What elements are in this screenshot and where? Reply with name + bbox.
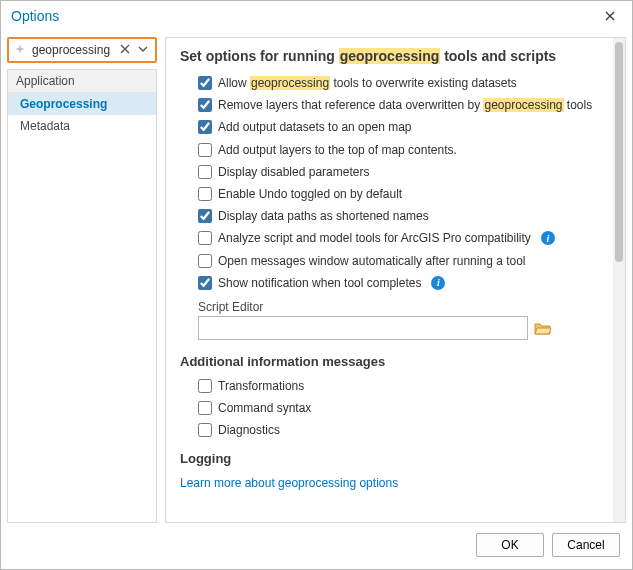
additional-heading: Additional information messages — [180, 354, 599, 369]
option-row: Show notification when tool completesi — [180, 272, 599, 294]
option-label: Show notification when tool completes — [218, 275, 421, 291]
option-row: Command syntax — [180, 397, 599, 419]
option-label: Remove layers that reference data overwr… — [218, 97, 592, 113]
option-label: Transformations — [218, 378, 304, 394]
option-row: Enable Undo toggled on by default — [180, 183, 599, 205]
option-row: Open messages window automatically after… — [180, 250, 599, 272]
options-dialog: Options — [0, 0, 633, 570]
option-row: Transformations — [180, 375, 599, 397]
main-panel: Set options for running geoprocessing to… — [165, 37, 626, 523]
chevron-down-icon[interactable] — [136, 43, 150, 57]
dialog-body: Application GeoprocessingMetadata Set op… — [1, 31, 632, 523]
option-label: Display data paths as shortened names — [218, 208, 429, 224]
dialog-footer: OK Cancel — [1, 523, 632, 569]
option-checkbox[interactable] — [198, 276, 212, 290]
option-label: Analyze script and model tools for ArcGI… — [218, 230, 531, 246]
option-label: Allow geoprocessing tools to overwrite e… — [218, 75, 517, 91]
option-checkbox[interactable] — [198, 423, 212, 437]
main-content: Set options for running geoprocessing to… — [166, 38, 613, 522]
option-label: Display disabled parameters — [218, 164, 369, 180]
browse-folder-icon[interactable] — [534, 320, 552, 336]
option-checkbox[interactable] — [198, 209, 212, 223]
option-label: Add output layers to the top of map cont… — [218, 142, 457, 158]
option-row: Analyze script and model tools for ArcGI… — [180, 227, 599, 249]
cancel-button[interactable]: Cancel — [552, 533, 620, 557]
option-checkbox[interactable] — [198, 143, 212, 157]
option-row: Add output datasets to an open map — [180, 116, 599, 138]
info-icon[interactable]: i — [431, 276, 445, 290]
search-box — [10, 40, 154, 60]
option-label: Add output datasets to an open map — [218, 119, 411, 135]
script-editor-row — [180, 316, 599, 344]
nav-panel: Application GeoprocessingMetadata — [7, 69, 157, 523]
option-label: Open messages window automatically after… — [218, 253, 526, 269]
option-label: Enable Undo toggled on by default — [218, 186, 402, 202]
script-editor-label: Script Editor — [180, 294, 599, 316]
sidebar: Application GeoprocessingMetadata — [7, 37, 157, 523]
option-checkbox[interactable] — [198, 401, 212, 415]
option-checkbox[interactable] — [198, 254, 212, 268]
option-checkbox[interactable] — [198, 231, 212, 245]
close-icon[interactable] — [588, 1, 632, 31]
scrollbar[interactable] — [613, 38, 625, 522]
page-title: Set options for running geoprocessing to… — [180, 48, 599, 64]
titlebar: Options — [1, 1, 632, 31]
option-row: Display data paths as shortened names — [180, 205, 599, 227]
sidebar-item-geoprocessing[interactable]: Geoprocessing — [8, 93, 156, 115]
option-checkbox[interactable] — [198, 76, 212, 90]
option-checkbox[interactable] — [198, 379, 212, 393]
search-input[interactable] — [30, 42, 114, 58]
option-checkbox[interactable] — [198, 165, 212, 179]
titlebar-buttons — [588, 1, 632, 31]
option-checkbox[interactable] — [198, 120, 212, 134]
ok-button[interactable]: OK — [476, 533, 544, 557]
option-checkbox[interactable] — [198, 187, 212, 201]
scrollbar-thumb[interactable] — [615, 42, 623, 262]
option-checkbox[interactable] — [198, 98, 212, 112]
learn-more-link[interactable]: Learn more about geoprocessing options — [180, 472, 599, 494]
option-label: Diagnostics — [218, 422, 280, 438]
script-editor-input[interactable] — [198, 316, 528, 340]
option-label: Command syntax — [218, 400, 311, 416]
option-row: Diagnostics — [180, 419, 599, 441]
highlight: geoprocessing — [483, 98, 563, 112]
nav-header: Application — [8, 70, 156, 93]
clear-search-icon[interactable] — [118, 43, 132, 57]
highlight: geoprocessing — [250, 76, 330, 90]
window-title: Options — [11, 8, 59, 24]
option-row: Allow geoprocessing tools to overwrite e… — [180, 72, 599, 94]
sidebar-item-metadata[interactable]: Metadata — [8, 115, 156, 137]
info-icon[interactable]: i — [541, 231, 555, 245]
sparkle-icon — [14, 43, 26, 58]
search-highlight-frame — [7, 37, 157, 63]
option-row: Remove layers that reference data overwr… — [180, 94, 599, 116]
option-row: Add output layers to the top of map cont… — [180, 139, 599, 161]
highlight: geoprocessing — [339, 48, 441, 64]
option-row: Display disabled parameters — [180, 161, 599, 183]
logging-heading: Logging — [180, 451, 599, 466]
